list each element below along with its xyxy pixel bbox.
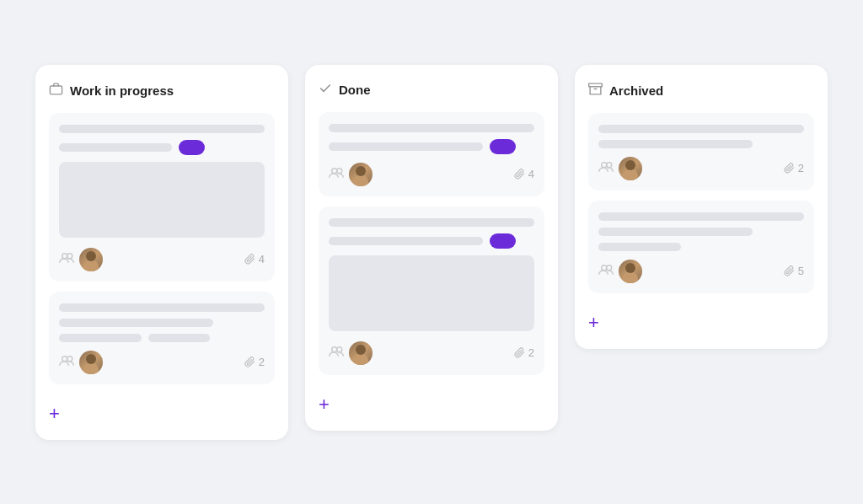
card-footer-left-a1 [598,157,642,180]
kanban-board: Work in progress [35,65,828,440]
card-footer-left [329,163,373,186]
card-wip-1: 4 [49,113,275,281]
paperclip-icon-d1 [514,169,525,180]
card-line [59,319,213,327]
attachment-info-wip-2: 2 [244,356,265,368]
paperclip-icon [244,254,255,265]
svg-point-14 [607,265,612,270]
svg-point-8 [337,346,342,351]
card-footer-left-2 [59,351,103,374]
card-wip-2: 2 [49,292,275,384]
svg-point-11 [602,162,607,167]
card-arch-2: 5 [588,201,814,293]
add-button-archived[interactable]: + [588,310,599,335]
group-icon-a2 [598,264,614,279]
paperclip-icon-a2 [784,265,795,276]
card-badge-row-2 [59,334,265,342]
archive-icon [588,82,603,99]
attachment-count-done-2: 2 [528,346,534,359]
svg-rect-9 [589,83,603,87]
card-line [329,218,534,227]
card-badge [490,139,516,154]
card-line-medium [329,142,483,151]
attachment-info-done-1: 4 [514,168,534,180]
svg-point-1 [62,253,67,258]
paperclip-icon-a1 [784,163,795,174]
card-footer-left-d2 [329,341,373,365]
attachment-info-wip-1: 4 [244,253,265,265]
card-footer-wip-1: 4 [59,248,265,271]
avatar-wip-1 [79,248,103,271]
card-footer-done-2: 2 [329,341,534,365]
card-line [598,212,804,221]
svg-rect-0 [50,85,62,94]
column-title-archived: Archived [609,83,663,98]
column-title-done: Done [339,83,371,97]
attachment-count-wip-1: 4 [259,253,265,265]
card-arch-1: 2 [588,113,814,190]
card-line-medium-d2 [329,237,483,245]
card-footer-done-1: 4 [329,163,534,186]
attachment-info-done-2: 2 [514,346,534,359]
card-badge [179,140,205,155]
group-icon-2 [59,355,74,370]
card-footer-arch-1: 2 [598,157,804,180]
column-done: Done [305,65,558,431]
card-line [59,303,265,312]
card-line [59,125,265,133]
card-badge-row-d2 [329,233,534,249]
card-line [598,125,804,133]
card-badge-row [329,139,534,154]
attachment-count-wip-2: 2 [259,356,265,368]
avatar-wip-2 [79,351,103,374]
paperclip-icon-d2 [514,347,525,358]
card-badge-row [59,140,265,155]
card-done-2: 2 [319,206,544,375]
card-footer-wip-2: 2 [59,351,265,374]
card-line-xs [148,334,210,342]
avatar-done-2 [349,341,373,365]
attachment-info-arch-2: 5 [784,265,804,277]
attachment-count-done-1: 4 [528,168,534,180]
card-line [329,124,534,132]
card-line [598,228,753,236]
add-button-done[interactable]: + [319,392,330,417]
column-header-archived: Archived [588,82,814,99]
column-header-done: Done [319,82,544,99]
card-image [59,162,265,238]
svg-point-5 [332,168,337,173]
card-line [598,140,753,148]
svg-point-7 [332,346,337,351]
add-button-wip[interactable]: + [49,401,60,426]
paperclip-icon-2 [244,357,255,367]
svg-point-4 [67,356,72,361]
svg-point-3 [62,356,67,361]
briefcase-icon [49,82,63,99]
svg-point-2 [67,253,72,258]
svg-point-6 [337,168,342,173]
svg-point-13 [602,265,607,270]
card-line-shorter [59,334,142,342]
group-icon [59,252,74,267]
card-line [598,243,681,251]
column-archived: Archived [575,65,828,349]
card-footer-arch-2: 5 [598,260,804,283]
card-footer-left-a2 [598,260,642,283]
attachment-count-arch-1: 2 [798,162,804,174]
svg-point-12 [607,162,612,167]
group-icon-d2 [329,346,344,361]
card-image-done-2 [329,255,534,331]
check-icon [319,82,332,99]
attachment-info-arch-1: 2 [784,162,804,174]
column-header-wip: Work in progress [49,82,275,99]
avatar-arch-2 [619,260,642,283]
avatar-arch-1 [619,157,642,180]
group-icon-d1 [329,167,344,182]
avatar-done-1 [349,163,373,186]
card-badge-d2 [490,233,516,249]
card-done-1: 4 [319,112,544,196]
card-footer-left [59,248,103,271]
card-line-short [59,143,172,152]
group-icon-a1 [598,161,614,176]
column-wip: Work in progress [35,65,288,440]
